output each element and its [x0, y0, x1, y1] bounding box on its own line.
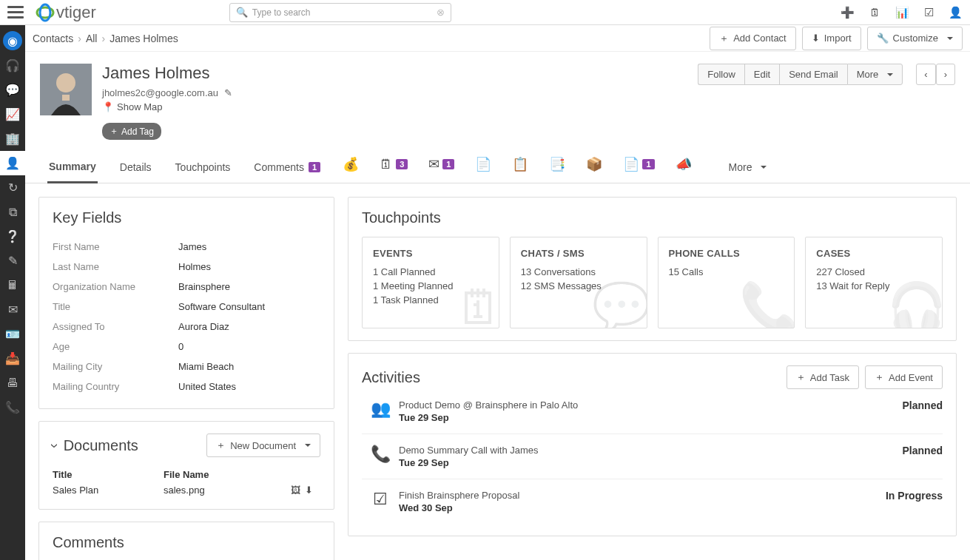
follow-button[interactable]: Follow: [698, 64, 744, 85]
key-fields-title: Key Fields: [53, 209, 320, 226]
tab-more[interactable]: More: [727, 155, 769, 182]
tab-quote-icon[interactable]: 📄: [475, 156, 491, 181]
touchpoint-heading: CASES: [816, 248, 932, 259]
add-event-button[interactable]: ＋Add Event: [865, 365, 943, 389]
avatar: [40, 64, 92, 115]
field-label: Organization Name: [53, 281, 178, 292]
side-help-icon[interactable]: ❔: [0, 224, 25, 249]
new-document-button[interactable]: ＋New Document: [206, 434, 320, 457]
add-tag-button[interactable]: ＋ Add Tag: [102, 123, 161, 140]
breadcrumb-record: James Holmes: [110, 33, 178, 44]
key-field-row: Mailing CountryUnited States: [53, 377, 320, 397]
logo[interactable]: vtiger: [36, 3, 96, 22]
activity-row[interactable]: 📞Demo Summary Call with JamesTue 29 SepP…: [362, 434, 943, 479]
tab-doc-icon[interactable]: 📄1: [623, 156, 654, 181]
tab-product-icon[interactable]: 📦: [586, 156, 602, 181]
svg-point-3: [56, 73, 75, 92]
side-inbox-icon[interactable]: 📥: [0, 346, 25, 371]
next-record-button[interactable]: ›: [936, 64, 955, 85]
field-value: Brainsphere: [178, 281, 230, 292]
touchpoint-card[interactable]: PHONE CALLS15 Calls📞: [658, 237, 795, 328]
analytics-icon[interactable]: 📊: [895, 6, 909, 19]
side-calc-icon[interactable]: 🖩: [0, 273, 25, 297]
side-phone-icon[interactable]: 📞: [0, 395, 25, 419]
tab-calendar-icon[interactable]: 🗓3: [380, 157, 408, 181]
field-label: Mailing City: [53, 361, 178, 372]
hamburger-menu[interactable]: [7, 4, 24, 21]
side-contacts-icon[interactable]: 👤: [0, 151, 25, 175]
tab-mail-icon[interactable]: ✉1: [428, 156, 454, 181]
breadcrumb-module[interactable]: Contacts: [33, 33, 73, 44]
chevron-right-icon: ›: [78, 33, 81, 44]
activity-title: Product Demo @ Brainsphere in Palo Alto: [399, 399, 903, 411]
plus-icon: ＋: [719, 32, 729, 45]
add-task-button[interactable]: ＋Add Task: [787, 365, 859, 389]
prev-record-button[interactable]: ‹: [916, 64, 935, 85]
import-button[interactable]: ⬇Import: [802, 27, 861, 50]
side-refresh-icon[interactable]: ↻: [0, 175, 25, 200]
field-label: Mailing Country: [53, 381, 178, 392]
tab-po-icon[interactable]: 📋: [512, 156, 528, 181]
touchpoint-item: 13 Conversations: [521, 265, 636, 279]
activity-type-icon: 👥: [362, 399, 399, 419]
tab-money-icon[interactable]: 💰: [343, 156, 359, 181]
side-edit-icon[interactable]: ✎: [0, 249, 25, 273]
download-icon[interactable]: ⬇: [305, 485, 313, 496]
touchpoint-card[interactable]: CHATS / SMS13 Conversations12 SMS Messag…: [510, 237, 647, 328]
tab-comments[interactable]: Comments1: [252, 155, 322, 182]
side-chart-icon[interactable]: 📈: [0, 102, 25, 126]
map-pin-icon: 📍: [102, 101, 114, 112]
side-app-icon[interactable]: ◉: [3, 31, 22, 50]
plus-icon: ＋: [796, 371, 806, 384]
calendar-badge: 3: [396, 159, 408, 169]
activities-card: Activities ＋Add Task ＋Add Event 👥Product…: [348, 353, 957, 536]
edit-button[interactable]: Edit: [744, 64, 779, 85]
customize-button[interactable]: 🔧Customize: [867, 27, 963, 50]
tab-campaign-icon[interactable]: 📣: [676, 156, 692, 181]
add-contact-button[interactable]: ＋Add Contact: [710, 27, 796, 50]
touchpoint-card[interactable]: CASES227 Closed13 Wait for Reply🎧: [805, 237, 943, 328]
side-card-icon[interactable]: 🪪: [0, 322, 25, 346]
contact-name: James Holmes: [102, 64, 232, 83]
activity-row[interactable]: 👥Product Demo @ Brainsphere in Palo Alto…: [362, 389, 943, 434]
contact-email[interactable]: jholmes2c@google.com.au: [102, 87, 218, 98]
calendar-icon[interactable]: 🗓: [869, 6, 880, 18]
chevron-left-icon: ‹: [924, 69, 927, 80]
more-button[interactable]: More: [847, 64, 903, 85]
field-value: Aurora Diaz: [178, 321, 229, 332]
tab-touchpoints[interactable]: Touchpoints: [174, 155, 232, 182]
search-clear-icon[interactable]: ⊗: [437, 7, 445, 18]
comments-badge: 1: [309, 162, 320, 172]
quick-add-icon[interactable]: ➕: [841, 6, 855, 19]
tab-details[interactable]: Details: [118, 155, 153, 182]
side-buildings-icon[interactable]: 🏢: [0, 126, 25, 151]
activity-row[interactable]: ☑Finish Brainsphere ProposalWed 30 SepIn…: [362, 479, 943, 524]
touchpoints-card: Touchpoints EVENTS1 Call Planned1 Meetin…: [348, 197, 957, 341]
user-icon[interactable]: 👤: [949, 6, 963, 19]
touchpoint-bg-icon: 📞: [739, 280, 795, 328]
side-mail-icon[interactable]: ✉: [0, 297, 25, 322]
side-headset-icon[interactable]: 🎧: [0, 53, 25, 78]
touchpoint-item: 1 Task Planned: [373, 293, 488, 307]
side-deals-icon[interactable]: ⧉: [0, 200, 25, 224]
field-label: First Name: [53, 241, 178, 252]
show-map-link[interactable]: 📍 Show Map: [102, 101, 232, 112]
chevron-down-icon[interactable]: ›: [47, 443, 64, 448]
edit-email-icon[interactable]: ✎: [224, 87, 232, 98]
side-chat-icon[interactable]: 💬: [0, 78, 25, 102]
search-input[interactable]: [252, 7, 437, 18]
image-icon[interactable]: 🖼: [291, 485, 300, 496]
tasks-icon[interactable]: ☑: [924, 6, 934, 19]
side-print-icon[interactable]: 🖶: [0, 371, 25, 395]
documents-card: ›Documents ＋New Document TitleFile Name …: [38, 421, 334, 510]
breadcrumb-all[interactable]: All: [86, 33, 98, 44]
send-email-button[interactable]: Send Email: [779, 64, 846, 85]
tab-so-icon[interactable]: 📑: [549, 156, 565, 181]
touchpoint-item: 15 Calls: [669, 265, 784, 279]
touchpoint-card[interactable]: EVENTS1 Call Planned1 Meeting Planned1 T…: [362, 237, 499, 328]
activity-date: Tue 29 Sep: [399, 457, 903, 468]
document-row[interactable]: Sales Plansales.png🖼⬇: [53, 483, 320, 497]
search-box[interactable]: 🔍 ⊗: [229, 3, 451, 22]
tab-summary[interactable]: Summary: [47, 155, 98, 183]
touchpoint-item: 227 Closed: [816, 265, 932, 279]
